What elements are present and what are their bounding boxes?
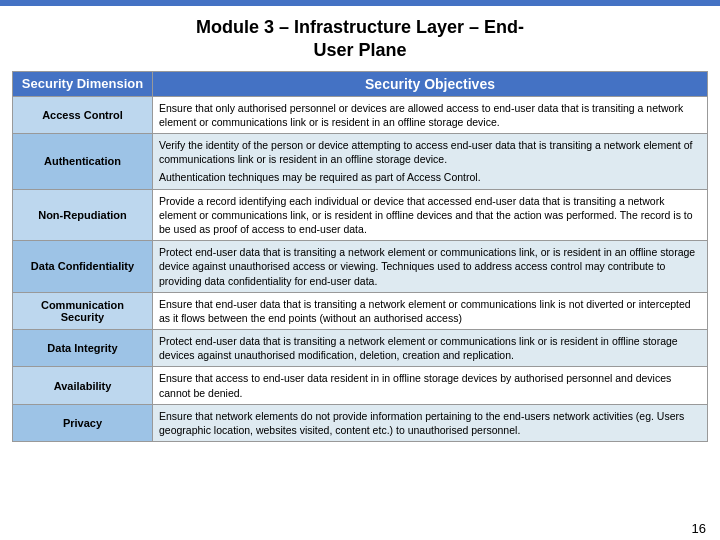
objective-cell: Protect end-user data that is transiting…: [153, 241, 708, 293]
objective-cell: Provide a record identifying each indivi…: [153, 189, 708, 241]
dimension-cell: Data Confidentiality: [13, 241, 153, 293]
objective-cell: Ensure that network elements do not prov…: [153, 404, 708, 441]
dimension-cell: Privacy: [13, 404, 153, 441]
dimension-cell: Non-Repudiation: [13, 189, 153, 241]
col-header-dimension: Security Dimension: [13, 71, 153, 96]
dimension-cell: Authentication: [13, 134, 153, 190]
table-row: Data ConfidentialityProtect end-user dat…: [13, 241, 708, 293]
objective-cell: Verify the identity of the person or dev…: [153, 134, 708, 190]
objective-cell: Protect end-user data that is transiting…: [153, 330, 708, 367]
title-line1: Module 3 – Infrastructure Layer – End-: [196, 17, 524, 37]
table-row: AvailabilityEnsure that access to end-us…: [13, 367, 708, 404]
table-row: AuthenticationVerify the identity of the…: [13, 134, 708, 190]
objective-cell: Ensure that access to end-user data resi…: [153, 367, 708, 404]
page-title: Module 3 – Infrastructure Layer – End- U…: [0, 6, 720, 71]
dimension-cell: Availability: [13, 367, 153, 404]
table-row: Data IntegrityProtect end-user data that…: [13, 330, 708, 367]
table-row: Communication SecurityEnsure that end-us…: [13, 292, 708, 329]
table-row: PrivacyEnsure that network elements do n…: [13, 404, 708, 441]
dimension-cell: Communication Security: [13, 292, 153, 329]
objective-cell: Ensure that end-user data that is transi…: [153, 292, 708, 329]
page-number: 16: [692, 521, 706, 536]
objective-cell: Ensure that only authorised personnel or…: [153, 96, 708, 133]
table-header-row: Security Dimension Security Objectives: [13, 71, 708, 96]
table-row: Access ControlEnsure that only authorise…: [13, 96, 708, 133]
col-header-objectives: Security Objectives: [153, 71, 708, 96]
dimension-cell: Data Integrity: [13, 330, 153, 367]
main-table: Security Dimension Security Objectives A…: [12, 71, 708, 442]
table-wrapper: Security Dimension Security Objectives A…: [0, 71, 720, 442]
title-line2: User Plane: [313, 40, 406, 60]
table-row: Non-RepudiationProvide a record identify…: [13, 189, 708, 241]
dimension-cell: Access Control: [13, 96, 153, 133]
